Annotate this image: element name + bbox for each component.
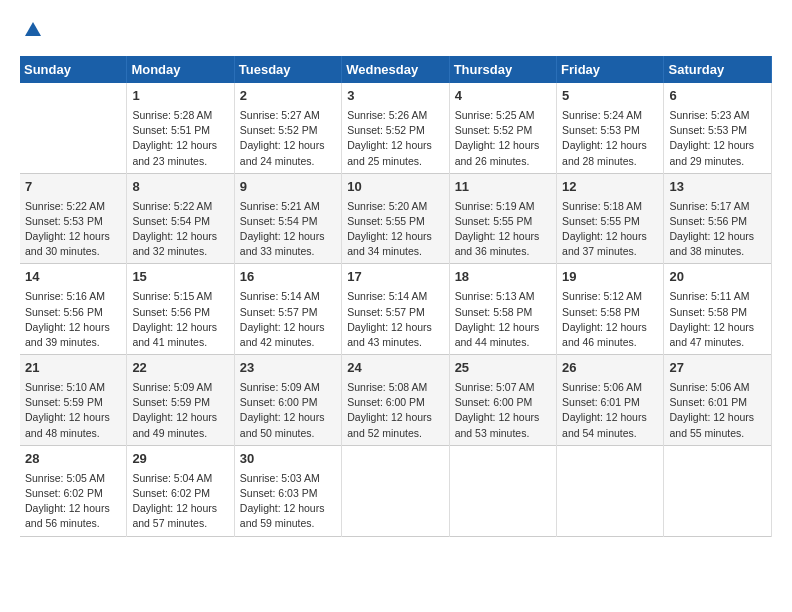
logo-text [20, 20, 43, 40]
calendar-cell: 13Sunrise: 5:17 AM Sunset: 5:56 PM Dayli… [664, 173, 772, 264]
calendar-cell [20, 83, 127, 173]
calendar-table: SundayMondayTuesdayWednesdayThursdayFrid… [20, 56, 772, 537]
day-info: Sunrise: 5:13 AM Sunset: 5:58 PM Dayligh… [455, 289, 551, 350]
column-header-tuesday: Tuesday [234, 56, 341, 83]
day-info: Sunrise: 5:14 AM Sunset: 5:57 PM Dayligh… [347, 289, 443, 350]
column-header-wednesday: Wednesday [342, 56, 449, 83]
day-number: 12 [562, 178, 658, 197]
day-number: 15 [132, 268, 228, 287]
day-info: Sunrise: 5:17 AM Sunset: 5:56 PM Dayligh… [669, 199, 766, 260]
calendar-cell: 25Sunrise: 5:07 AM Sunset: 6:00 PM Dayli… [449, 355, 556, 446]
week-row-3: 14Sunrise: 5:16 AM Sunset: 5:56 PM Dayli… [20, 264, 772, 355]
header-row: SundayMondayTuesdayWednesdayThursdayFrid… [20, 56, 772, 83]
day-info: Sunrise: 5:04 AM Sunset: 6:02 PM Dayligh… [132, 471, 228, 532]
day-number: 27 [669, 359, 766, 378]
calendar-cell: 6Sunrise: 5:23 AM Sunset: 5:53 PM Daylig… [664, 83, 772, 173]
svg-marker-0 [25, 22, 41, 36]
day-number: 17 [347, 268, 443, 287]
week-row-2: 7Sunrise: 5:22 AM Sunset: 5:53 PM Daylig… [20, 173, 772, 264]
day-info: Sunrise: 5:09 AM Sunset: 6:00 PM Dayligh… [240, 380, 336, 441]
day-info: Sunrise: 5:09 AM Sunset: 5:59 PM Dayligh… [132, 380, 228, 441]
calendar-cell: 19Sunrise: 5:12 AM Sunset: 5:58 PM Dayli… [557, 264, 664, 355]
day-number: 2 [240, 87, 336, 106]
day-info: Sunrise: 5:03 AM Sunset: 6:03 PM Dayligh… [240, 471, 336, 532]
calendar-cell: 7Sunrise: 5:22 AM Sunset: 5:53 PM Daylig… [20, 173, 127, 264]
calendar-cell: 3Sunrise: 5:26 AM Sunset: 5:52 PM Daylig… [342, 83, 449, 173]
calendar-cell: 2Sunrise: 5:27 AM Sunset: 5:52 PM Daylig… [234, 83, 341, 173]
day-number: 22 [132, 359, 228, 378]
calendar-cell: 10Sunrise: 5:20 AM Sunset: 5:55 PM Dayli… [342, 173, 449, 264]
day-info: Sunrise: 5:23 AM Sunset: 5:53 PM Dayligh… [669, 108, 766, 169]
column-header-thursday: Thursday [449, 56, 556, 83]
day-info: Sunrise: 5:16 AM Sunset: 5:56 PM Dayligh… [25, 289, 121, 350]
calendar-cell [449, 445, 556, 536]
calendar-cell: 26Sunrise: 5:06 AM Sunset: 6:01 PM Dayli… [557, 355, 664, 446]
day-info: Sunrise: 5:05 AM Sunset: 6:02 PM Dayligh… [25, 471, 121, 532]
day-number: 3 [347, 87, 443, 106]
day-number: 30 [240, 450, 336, 469]
column-header-monday: Monday [127, 56, 234, 83]
calendar-cell: 9Sunrise: 5:21 AM Sunset: 5:54 PM Daylig… [234, 173, 341, 264]
calendar-cell: 28Sunrise: 5:05 AM Sunset: 6:02 PM Dayli… [20, 445, 127, 536]
day-info: Sunrise: 5:28 AM Sunset: 5:51 PM Dayligh… [132, 108, 228, 169]
day-number: 25 [455, 359, 551, 378]
day-number: 28 [25, 450, 121, 469]
day-number: 11 [455, 178, 551, 197]
day-info: Sunrise: 5:10 AM Sunset: 5:59 PM Dayligh… [25, 380, 121, 441]
day-number: 6 [669, 87, 766, 106]
calendar-cell: 5Sunrise: 5:24 AM Sunset: 5:53 PM Daylig… [557, 83, 664, 173]
calendar-cell [557, 445, 664, 536]
day-number: 29 [132, 450, 228, 469]
day-info: Sunrise: 5:11 AM Sunset: 5:58 PM Dayligh… [669, 289, 766, 350]
column-header-friday: Friday [557, 56, 664, 83]
day-number: 20 [669, 268, 766, 287]
calendar-cell: 27Sunrise: 5:06 AM Sunset: 6:01 PM Dayli… [664, 355, 772, 446]
calendar-cell: 29Sunrise: 5:04 AM Sunset: 6:02 PM Dayli… [127, 445, 234, 536]
day-number: 8 [132, 178, 228, 197]
day-info: Sunrise: 5:07 AM Sunset: 6:00 PM Dayligh… [455, 380, 551, 441]
calendar-cell: 15Sunrise: 5:15 AM Sunset: 5:56 PM Dayli… [127, 264, 234, 355]
week-row-5: 28Sunrise: 5:05 AM Sunset: 6:02 PM Dayli… [20, 445, 772, 536]
day-number: 26 [562, 359, 658, 378]
day-number: 14 [25, 268, 121, 287]
column-header-saturday: Saturday [664, 56, 772, 83]
day-number: 1 [132, 87, 228, 106]
calendar-cell: 18Sunrise: 5:13 AM Sunset: 5:58 PM Dayli… [449, 264, 556, 355]
day-info: Sunrise: 5:20 AM Sunset: 5:55 PM Dayligh… [347, 199, 443, 260]
week-row-4: 21Sunrise: 5:10 AM Sunset: 5:59 PM Dayli… [20, 355, 772, 446]
day-info: Sunrise: 5:06 AM Sunset: 6:01 PM Dayligh… [562, 380, 658, 441]
day-info: Sunrise: 5:18 AM Sunset: 5:55 PM Dayligh… [562, 199, 658, 260]
day-info: Sunrise: 5:26 AM Sunset: 5:52 PM Dayligh… [347, 108, 443, 169]
day-number: 16 [240, 268, 336, 287]
day-info: Sunrise: 5:21 AM Sunset: 5:54 PM Dayligh… [240, 199, 336, 260]
calendar-cell: 12Sunrise: 5:18 AM Sunset: 5:55 PM Dayli… [557, 173, 664, 264]
day-info: Sunrise: 5:12 AM Sunset: 5:58 PM Dayligh… [562, 289, 658, 350]
calendar-cell: 17Sunrise: 5:14 AM Sunset: 5:57 PM Dayli… [342, 264, 449, 355]
calendar-cell: 24Sunrise: 5:08 AM Sunset: 6:00 PM Dayli… [342, 355, 449, 446]
calendar-cell: 1Sunrise: 5:28 AM Sunset: 5:51 PM Daylig… [127, 83, 234, 173]
day-info: Sunrise: 5:14 AM Sunset: 5:57 PM Dayligh… [240, 289, 336, 350]
calendar-cell: 8Sunrise: 5:22 AM Sunset: 5:54 PM Daylig… [127, 173, 234, 264]
day-info: Sunrise: 5:22 AM Sunset: 5:54 PM Dayligh… [132, 199, 228, 260]
day-number: 4 [455, 87, 551, 106]
calendar-cell: 14Sunrise: 5:16 AM Sunset: 5:56 PM Dayli… [20, 264, 127, 355]
day-number: 10 [347, 178, 443, 197]
calendar-cell: 23Sunrise: 5:09 AM Sunset: 6:00 PM Dayli… [234, 355, 341, 446]
day-number: 19 [562, 268, 658, 287]
day-number: 7 [25, 178, 121, 197]
calendar-cell: 16Sunrise: 5:14 AM Sunset: 5:57 PM Dayli… [234, 264, 341, 355]
calendar-cell: 30Sunrise: 5:03 AM Sunset: 6:03 PM Dayli… [234, 445, 341, 536]
calendar-cell: 21Sunrise: 5:10 AM Sunset: 5:59 PM Dayli… [20, 355, 127, 446]
day-info: Sunrise: 5:22 AM Sunset: 5:53 PM Dayligh… [25, 199, 121, 260]
day-info: Sunrise: 5:27 AM Sunset: 5:52 PM Dayligh… [240, 108, 336, 169]
day-info: Sunrise: 5:15 AM Sunset: 5:56 PM Dayligh… [132, 289, 228, 350]
calendar-cell: 22Sunrise: 5:09 AM Sunset: 5:59 PM Dayli… [127, 355, 234, 446]
day-info: Sunrise: 5:08 AM Sunset: 6:00 PM Dayligh… [347, 380, 443, 441]
calendar-cell: 11Sunrise: 5:19 AM Sunset: 5:55 PM Dayli… [449, 173, 556, 264]
page-header [20, 20, 772, 40]
week-row-1: 1Sunrise: 5:28 AM Sunset: 5:51 PM Daylig… [20, 83, 772, 173]
day-number: 23 [240, 359, 336, 378]
calendar-header: SundayMondayTuesdayWednesdayThursdayFrid… [20, 56, 772, 83]
logo [20, 20, 43, 40]
column-header-sunday: Sunday [20, 56, 127, 83]
